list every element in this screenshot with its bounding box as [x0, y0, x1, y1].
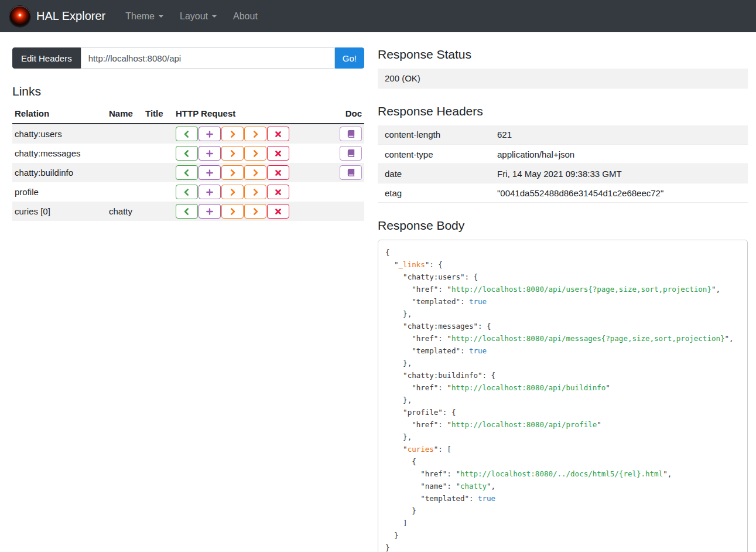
code-line: "href": "http://localhost:8080/../docs/h…	[385, 468, 740, 480]
post-button[interactable]	[199, 146, 221, 161]
chevron-right-icon	[228, 169, 237, 177]
app-brand[interactable]: HAL Explorer	[9, 6, 105, 27]
get-button[interactable]	[176, 204, 198, 219]
chevron-right-icon	[251, 169, 259, 177]
doc-button[interactable]	[340, 127, 362, 141]
links-table-header: Relation Name Title HTTP Request Doc	[12, 105, 364, 124]
col-doc: Doc	[337, 105, 364, 124]
post-button[interactable]	[199, 127, 221, 141]
links-table: Relation Name Title HTTP Request Doc cha…	[12, 105, 364, 221]
chevron-left-icon	[183, 188, 191, 196]
get-button[interactable]	[176, 127, 198, 141]
code-line: "chatty:buildinfo": {	[385, 369, 740, 381]
doc-button[interactable]	[340, 146, 362, 161]
title-cell	[143, 144, 173, 163]
doc-cell	[337, 202, 364, 221]
request-bar: Edit Headers Go!	[12, 47, 364, 69]
code-line: "templated": true	[385, 345, 740, 357]
code-line: "chatty:users": {	[385, 271, 740, 283]
doc-cell	[337, 144, 364, 163]
patch-button[interactable]	[244, 127, 266, 141]
delete-button[interactable]	[267, 127, 289, 141]
chevron-right-icon	[228, 130, 237, 138]
nav-item-layout[interactable]: Layout	[172, 6, 225, 26]
col-title: Title	[143, 105, 173, 124]
code-line: "href": "http://localhost:8080/api/profi…	[385, 418, 740, 431]
delete-button[interactable]	[267, 146, 289, 161]
delete-button[interactable]	[267, 165, 289, 180]
header-value: application/hal+json	[490, 145, 748, 164]
name-cell: chatty	[107, 202, 143, 221]
patch-button[interactable]	[244, 185, 266, 199]
col-relation: Relation	[12, 105, 107, 124]
status-value: 200 (OK)	[378, 69, 748, 88]
nav-item-theme[interactable]: Theme	[117, 6, 172, 26]
plus-icon	[206, 130, 214, 138]
put-button[interactable]	[221, 204, 244, 219]
delete-button[interactable]	[267, 185, 289, 199]
doc-button[interactable]	[340, 165, 362, 180]
book-icon	[347, 149, 355, 157]
links-heading: Links	[12, 84, 364, 98]
chevron-left-icon	[183, 130, 191, 138]
plus-icon	[206, 169, 214, 177]
table-row: profile	[12, 182, 364, 202]
relation-cell: chatty:users	[12, 124, 107, 144]
post-button[interactable]	[199, 185, 221, 199]
table-row: chatty:buildinfo	[12, 163, 364, 182]
post-button[interactable]	[199, 204, 221, 219]
url-input[interactable]	[81, 47, 335, 69]
name-cell	[107, 182, 143, 202]
code-line: "name": "chatty",	[385, 480, 740, 492]
edit-headers-button[interactable]: Edit Headers	[12, 47, 81, 69]
code-line: }	[385, 505, 740, 517]
col-http-request: HTTP Request	[173, 105, 337, 124]
navbar-menu: ThemeLayoutAbout	[117, 6, 266, 26]
app-title: HAL Explorer	[36, 9, 105, 23]
relation-cell: chatty:buildinfo	[12, 163, 107, 182]
code-line: "_links": {	[385, 258, 740, 271]
doc-cell	[337, 124, 364, 144]
response-panel: Response Status 200 (OK) Response Header…	[378, 47, 748, 552]
get-button[interactable]	[176, 165, 198, 180]
code-line: "href": "http://localhost:8080/api/users…	[385, 283, 740, 295]
response-headers-table: content-length621content-typeapplication…	[378, 125, 748, 203]
put-button[interactable]	[221, 165, 244, 180]
header-row: etag"0041da552488d86e31454d1c2e68eec72"	[378, 183, 748, 203]
http-request-cell	[173, 163, 337, 182]
patch-button[interactable]	[244, 204, 266, 219]
delete-button[interactable]	[267, 204, 289, 219]
code-line: }	[385, 529, 740, 541]
code-line: {	[385, 455, 740, 468]
x-icon	[275, 131, 282, 138]
patch-button[interactable]	[244, 165, 266, 180]
http-request-cell	[173, 202, 337, 221]
chevron-left-icon	[183, 207, 191, 216]
code-line: {	[385, 246, 740, 258]
chevron-right-icon	[228, 188, 237, 196]
get-button[interactable]	[176, 146, 198, 161]
title-cell	[143, 182, 173, 202]
code-line: "href": "http://localhost:8080/api/messa…	[385, 332, 740, 345]
patch-button[interactable]	[244, 146, 266, 161]
put-button[interactable]	[221, 185, 244, 199]
get-button[interactable]	[176, 185, 198, 199]
nav-item-about[interactable]: About	[225, 6, 266, 26]
x-icon	[275, 189, 282, 196]
response-body-heading: Response Body	[378, 219, 748, 233]
post-button[interactable]	[199, 165, 221, 180]
status-row: 200 (OK)	[378, 69, 748, 88]
put-button[interactable]	[221, 146, 244, 161]
chevron-right-icon	[251, 207, 259, 216]
x-icon	[275, 150, 282, 157]
go-button[interactable]: Go!	[335, 47, 364, 69]
header-row: content-length621	[378, 125, 748, 145]
code-line: "chatty:messages": {	[385, 320, 740, 332]
doc-cell	[337, 163, 364, 182]
name-cell	[107, 163, 143, 182]
chevron-right-icon	[228, 149, 237, 158]
put-button[interactable]	[221, 127, 244, 141]
name-cell	[107, 144, 143, 163]
header-value: 621	[490, 125, 748, 145]
table-row: chatty:users	[12, 124, 364, 144]
